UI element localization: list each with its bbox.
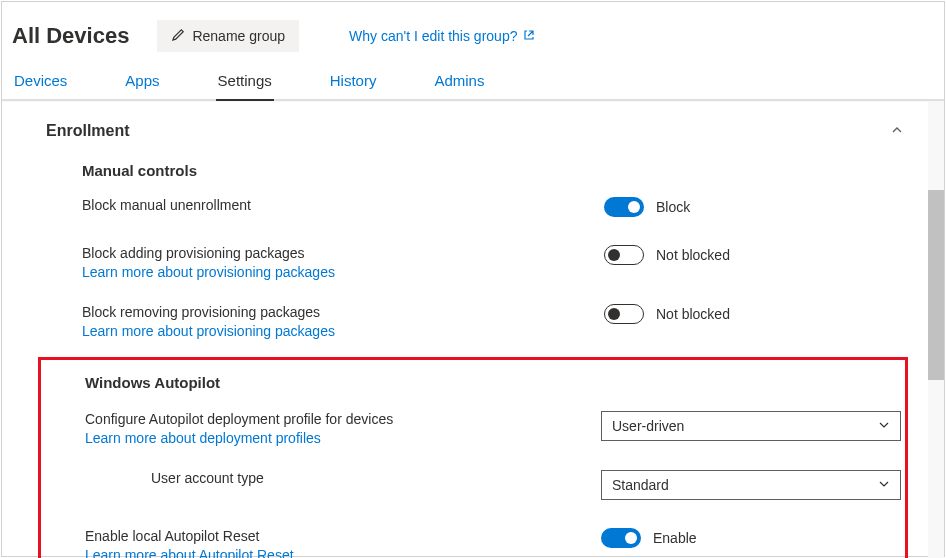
block-add-provisioning-toggle[interactable]: [604, 245, 644, 265]
rename-group-button[interactable]: Rename group: [157, 20, 299, 52]
block-add-provisioning-label: Block adding provisioning packages: [82, 245, 604, 261]
block-unenroll-state: Block: [656, 199, 690, 215]
block-unenroll-label: Block manual unenrollment: [82, 197, 604, 213]
help-link[interactable]: Why can't I edit this group?: [349, 28, 535, 44]
autopilot-profile-dropdown[interactable]: User-driven: [601, 411, 901, 441]
tab-settings[interactable]: Settings: [218, 66, 272, 99]
tabs-bar: Devices Apps Settings History Admins: [2, 60, 944, 101]
header-bar: All Devices Rename group Why can't I edi…: [2, 2, 944, 60]
scrollbar-thumb[interactable]: [928, 190, 944, 380]
rename-group-label: Rename group: [192, 28, 285, 44]
chevron-down-icon: [878, 477, 890, 493]
block-unenroll-toggle[interactable]: [604, 197, 644, 217]
chevron-up-icon: [890, 123, 904, 140]
learn-provisioning-link-1[interactable]: Learn more about provisioning packages: [82, 264, 604, 280]
block-add-provisioning-state: Not blocked: [656, 247, 730, 263]
pencil-icon: [171, 27, 186, 45]
learn-autopilot-reset-link[interactable]: Learn more about Autopilot Reset: [85, 547, 601, 558]
autopilot-highlight-box: Windows Autopilot Configure Autopilot de…: [38, 357, 908, 558]
user-account-type-row: User account type Standard: [41, 466, 905, 504]
autopilot-reset-row: Enable local Autopilot Reset Learn more …: [41, 524, 905, 558]
user-account-type-label: User account type: [151, 470, 601, 486]
autopilot-title: Windows Autopilot: [41, 374, 905, 407]
manual-controls-title: Manual controls: [2, 152, 944, 193]
learn-provisioning-link-2[interactable]: Learn more about provisioning packages: [82, 323, 604, 339]
block-remove-provisioning-label: Block removing provisioning packages: [82, 304, 604, 320]
autopilot-profile-row: Configure Autopilot deployment profile f…: [41, 407, 905, 450]
block-remove-provisioning-row: Block removing provisioning packages Lea…: [2, 300, 944, 343]
learn-deployment-profiles-link[interactable]: Learn more about deployment profiles: [85, 430, 601, 446]
tab-history[interactable]: History: [330, 66, 377, 99]
block-add-provisioning-row: Block adding provisioning packages Learn…: [2, 241, 944, 284]
autopilot-profile-value: User-driven: [612, 418, 684, 434]
scrollbar-track[interactable]: [928, 102, 944, 558]
tab-apps[interactable]: Apps: [125, 66, 159, 99]
page-title: All Devices: [12, 23, 129, 49]
help-link-text: Why can't I edit this group?: [349, 28, 517, 44]
autopilot-reset-label: Enable local Autopilot Reset: [85, 528, 601, 544]
block-unenroll-row: Block manual unenrollment Block: [2, 193, 944, 221]
autopilot-profile-label: Configure Autopilot deployment profile f…: [85, 411, 601, 427]
external-link-icon: [523, 28, 535, 44]
tab-admins[interactable]: Admins: [434, 66, 484, 99]
autopilot-reset-state: Enable: [653, 530, 697, 546]
user-account-type-value: Standard: [612, 477, 669, 493]
tab-devices[interactable]: Devices: [14, 66, 67, 99]
enrollment-title: Enrollment: [46, 122, 130, 140]
autopilot-reset-toggle[interactable]: [601, 528, 641, 548]
user-account-type-dropdown[interactable]: Standard: [601, 470, 901, 500]
chevron-down-icon: [878, 418, 890, 434]
block-remove-provisioning-state: Not blocked: [656, 306, 730, 322]
enrollment-section-header[interactable]: Enrollment: [2, 122, 944, 152]
block-remove-provisioning-toggle[interactable]: [604, 304, 644, 324]
